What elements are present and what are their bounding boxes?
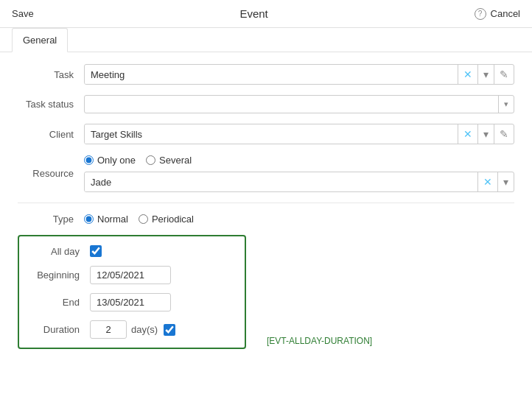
type-periodical-option[interactable]: Periodical — [139, 214, 194, 225]
resource-only-one-label: Only one — [97, 155, 136, 166]
resource-dropdown-button[interactable]: ▾ — [497, 172, 514, 191]
type-periodical-radio[interactable] — [139, 214, 148, 224]
client-dropdown-button[interactable]: ▾ — [477, 124, 494, 144]
type-normal-option[interactable]: Normal — [84, 214, 128, 225]
task-dropdown-button[interactable]: ▾ — [477, 65, 494, 84]
resource-several-option[interactable]: Several — [146, 155, 192, 166]
type-row: Type Normal Periodical — [18, 214, 514, 225]
tab-general[interactable]: General — [12, 28, 68, 52]
allday-label: All day — [31, 246, 90, 257]
tabs-bar: General — [0, 28, 532, 52]
beginning-input[interactable] — [90, 266, 171, 284]
duration-input[interactable] — [90, 320, 127, 339]
beginning-row: Beginning — [31, 266, 233, 284]
task-label: Task — [18, 69, 84, 80]
type-periodical-label: Periodical — [152, 214, 194, 225]
duration-label: Duration — [31, 324, 90, 335]
resource-clear-button[interactable]: ✕ — [477, 172, 497, 191]
task-input[interactable] — [85, 66, 458, 84]
resource-only-one-radio[interactable] — [84, 155, 94, 165]
beginning-label: Beginning — [31, 270, 90, 281]
end-label: End — [31, 297, 90, 308]
client-input-group: ✕ ▾ ✎ — [84, 124, 514, 144]
resource-radio-group: Only one Several — [84, 155, 514, 166]
client-label: Client — [18, 129, 84, 140]
resource-wrap: Only one Several ✕ ▾ — [84, 155, 514, 192]
type-normal-radio[interactable] — [84, 214, 94, 224]
allday-row: All day — [31, 245, 233, 257]
client-input[interactable] — [85, 125, 458, 144]
task-edit-button[interactable]: ✎ — [494, 65, 514, 84]
duration-row: Duration day(s) — [31, 320, 233, 339]
cancel-button[interactable]: Cancel — [491, 8, 520, 19]
task-input-group: ✕ ▾ ✎ — [84, 64, 514, 85]
resource-row: Resource Only one Several ✕ ▾ — [18, 155, 514, 192]
section-divider — [18, 203, 514, 203]
resource-label: Resource — [18, 168, 84, 179]
type-normal-label: Normal — [97, 214, 128, 225]
task-status-row: Task status ▾ — [18, 95, 514, 113]
task-status-label: Task status — [18, 99, 84, 110]
end-row: End — [31, 293, 233, 311]
evt-tag: [EVT-ALLDAY-DURATION] — [267, 336, 372, 346]
save-button[interactable]: Save — [12, 8, 34, 19]
resource-input[interactable] — [85, 173, 477, 191]
task-status-select[interactable]: ▾ — [84, 95, 514, 113]
task-clear-button[interactable]: ✕ — [458, 65, 477, 84]
duration-checkbox[interactable] — [164, 324, 175, 336]
resource-only-one-option[interactable]: Only one — [84, 155, 136, 166]
resource-several-radio[interactable] — [146, 155, 155, 165]
client-edit-button[interactable]: ✎ — [494, 124, 514, 144]
top-bar: Save Event ? Cancel — [0, 0, 532, 28]
client-clear-button[interactable]: ✕ — [458, 124, 477, 144]
task-row: Task ✕ ▾ ✎ — [18, 64, 514, 85]
resource-input-group: ✕ ▾ — [84, 172, 514, 192]
type-radio-group: Normal Periodical — [84, 214, 194, 225]
task-status-arrow-icon[interactable]: ▾ — [498, 96, 514, 113]
allday-checkbox[interactable] — [90, 245, 102, 257]
type-label: Type — [18, 214, 84, 225]
resource-several-label: Several — [159, 155, 192, 166]
task-status-value — [85, 101, 498, 108]
form-body: Task ✕ ▾ ✎ Task status ▾ Client ✕ ▾ — [0, 52, 532, 361]
page-title: Event — [239, 7, 267, 20]
date-box: All day Beginning End Duration day(s) — [18, 235, 246, 349]
duration-unit: day(s) — [131, 324, 158, 335]
client-row: Client ✕ ▾ ✎ — [18, 124, 514, 144]
end-input[interactable] — [90, 293, 171, 311]
help-icon: ? — [475, 8, 486, 20]
